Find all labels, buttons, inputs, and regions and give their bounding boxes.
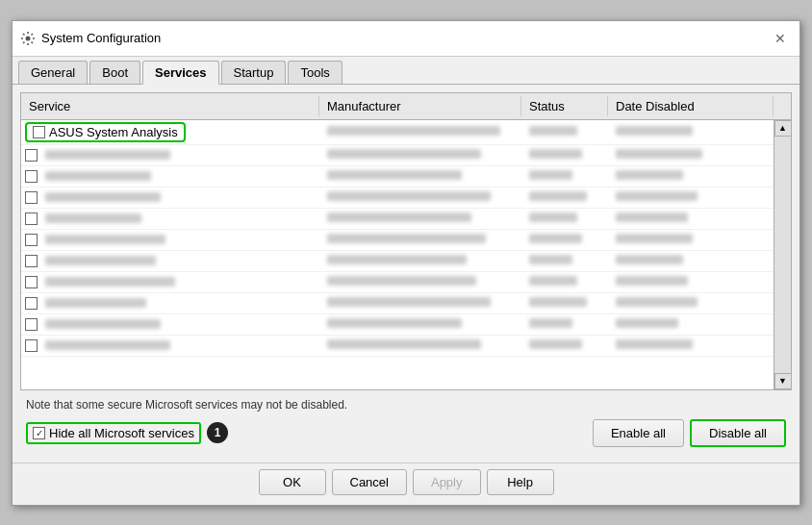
service-cell [21, 211, 319, 227]
status-cell [521, 210, 608, 227]
manufacturer-cell [319, 167, 521, 185]
status-cell [521, 252, 608, 269]
status-cell [521, 231, 608, 248]
tab-startup[interactable]: Startup [221, 61, 287, 84]
service-checkbox[interactable] [25, 255, 38, 267]
table-row[interactable] [21, 209, 791, 230]
table-row[interactable]: ASUS System Analysis [21, 120, 791, 145]
enable-disable-group: Enable all Disable all [593, 419, 786, 447]
service-cell [21, 274, 319, 290]
tab-services[interactable]: Services [142, 61, 219, 85]
service-checkbox[interactable] [25, 212, 38, 225]
service-cell [21, 295, 319, 312]
manufacturer-cell [319, 273, 521, 290]
header-manufacturer: Manufacturer [319, 96, 521, 116]
service-checkbox[interactable] [25, 149, 38, 162]
service-name: ASUS System Analysis [49, 125, 178, 139]
service-cell: ASUS System Analysis [21, 120, 319, 144]
bottom-button-bar: OK Cancel Apply Help [13, 462, 799, 505]
date-cell [608, 123, 774, 140]
status-cell [521, 146, 608, 163]
table-row[interactable] [21, 251, 791, 272]
header-date-disabled: Date Disabled [608, 96, 774, 116]
header-status: Status [521, 96, 608, 116]
table-row[interactable] [21, 145, 791, 166]
manufacturer-cell [319, 146, 521, 163]
disable-all-button[interactable]: Disable all [690, 419, 786, 447]
service-checkbox[interactable] [25, 339, 38, 352]
status-cell [521, 337, 608, 354]
service-checkbox[interactable] [25, 318, 38, 331]
main-content: Service Manufacturer Status Date Disable… [13, 85, 799, 462]
scrollbar[interactable]: ▲ ▼ [774, 120, 791, 389]
scroll-up-button[interactable]: ▲ [774, 120, 792, 137]
service-cell [21, 253, 319, 269]
status-cell [521, 123, 608, 140]
table-body: ASUS System Analysis [21, 120, 791, 389]
tab-boot[interactable]: Boot [89, 61, 140, 84]
table-row[interactable] [21, 230, 791, 251]
footer-actions: ✓ Hide all Microsoft services 1 Enable a… [20, 415, 792, 455]
date-cell [608, 188, 774, 206]
status-cell [521, 273, 608, 290]
header-scroll-spacer [774, 96, 791, 116]
manufacturer-cell [319, 252, 521, 269]
tab-bar: General Boot Services Startup Tools [13, 57, 799, 85]
ok-button[interactable]: OK [259, 469, 326, 495]
services-table: Service Manufacturer Status Date Disable… [20, 92, 792, 390]
service-cell [21, 147, 319, 163]
service-cell [21, 168, 319, 185]
date-cell [608, 167, 774, 185]
hide-microsoft-label: Hide all Microsoft services [49, 426, 194, 440]
date-cell [608, 337, 774, 354]
service-checkbox[interactable] [25, 276, 38, 288]
enable-all-button[interactable]: Enable all [593, 419, 684, 447]
date-cell [608, 294, 774, 312]
manufacturer-cell [319, 123, 521, 140]
svg-point-0 [26, 36, 31, 40]
apply-button[interactable]: Apply [413, 469, 481, 495]
manufacturer-cell [319, 294, 521, 312]
service-checkbox[interactable] [25, 170, 38, 183]
table-row[interactable] [21, 188, 791, 209]
manufacturer-cell [319, 337, 521, 354]
table-row[interactable] [21, 314, 791, 336]
service-checkbox[interactable] [33, 126, 45, 138]
date-cell [608, 252, 774, 269]
cancel-button[interactable]: Cancel [332, 469, 407, 495]
table-row[interactable] [21, 336, 791, 357]
date-cell [608, 231, 774, 248]
service-checkbox[interactable] [25, 191, 38, 204]
gear-icon [20, 31, 36, 46]
service-cell [21, 316, 319, 333]
date-cell [608, 315, 774, 333]
tab-tools[interactable]: Tools [288, 61, 342, 84]
scroll-down-button[interactable]: ▼ [774, 373, 792, 389]
title-bar-left: System Configuration [20, 31, 161, 46]
manufacturer-cell [319, 231, 521, 248]
date-cell [608, 273, 774, 290]
hide-microsoft-row: ✓ Hide all Microsoft services 1 [26, 422, 228, 444]
service-cell [21, 232, 319, 248]
manufacturer-cell [319, 188, 521, 206]
table-row[interactable] [21, 272, 791, 293]
date-cell [608, 146, 774, 163]
system-config-window: System Configuration ✕ General Boot Serv… [12, 20, 800, 506]
hide-microsoft-checkbox[interactable]: ✓ [33, 427, 45, 439]
close-button[interactable]: ✕ [769, 27, 792, 50]
manufacturer-cell [319, 210, 521, 227]
status-cell [521, 315, 608, 333]
help-button[interactable]: Help [487, 469, 554, 495]
service-checkbox[interactable] [25, 234, 38, 246]
table-row[interactable] [21, 166, 791, 188]
table-row[interactable] [21, 293, 791, 314]
status-cell [521, 188, 608, 206]
manufacturer-cell [319, 315, 521, 333]
tab-general[interactable]: General [18, 61, 88, 84]
title-bar: System Configuration ✕ [13, 21, 799, 57]
badge-one: 1 [207, 422, 228, 443]
footer-note: Note that some secure Microsoft services… [20, 390, 792, 415]
service-cell [21, 189, 319, 206]
header-service: Service [21, 96, 319, 116]
service-checkbox[interactable] [25, 297, 38, 310]
